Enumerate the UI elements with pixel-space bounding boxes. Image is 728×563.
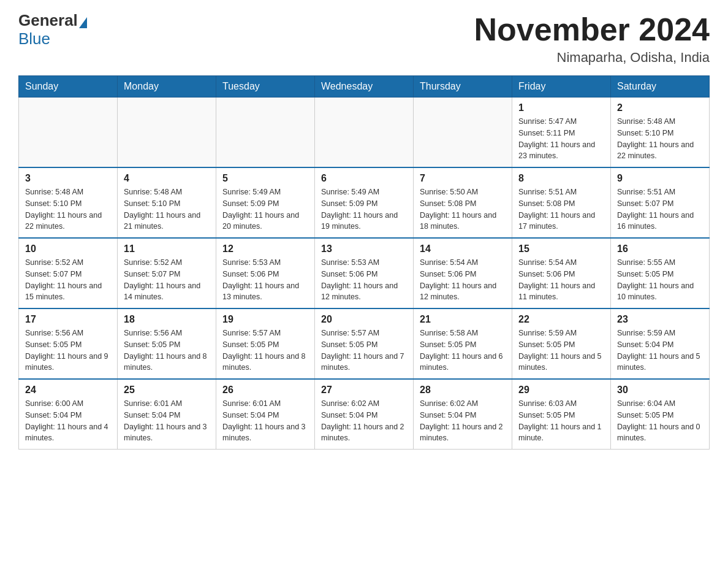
calendar-cell xyxy=(315,98,414,168)
day-number: 26 xyxy=(222,385,308,396)
weekday-header-wednesday: Wednesday xyxy=(315,76,414,98)
day-number: 7 xyxy=(420,173,506,184)
day-number: 14 xyxy=(420,243,506,255)
logo-blue-text: Blue xyxy=(18,29,50,48)
calendar-cell: 10Sunrise: 5:52 AMSunset: 5:07 PMDayligh… xyxy=(19,238,118,308)
day-number: 28 xyxy=(420,385,506,396)
calendar-cell: 30Sunrise: 6:04 AMSunset: 5:05 PMDayligh… xyxy=(611,379,710,450)
day-info: Sunrise: 5:56 AMSunset: 5:05 PMDaylight:… xyxy=(25,327,111,373)
calendar-cell: 16Sunrise: 5:55 AMSunset: 5:05 PMDayligh… xyxy=(611,238,710,308)
calendar-cell: 21Sunrise: 5:58 AMSunset: 5:05 PMDayligh… xyxy=(414,308,512,379)
day-info: Sunrise: 6:02 AMSunset: 5:04 PMDaylight:… xyxy=(321,398,407,444)
calendar-cell xyxy=(414,98,512,168)
day-info: Sunrise: 5:53 AMSunset: 5:06 PMDaylight:… xyxy=(321,257,407,303)
day-number: 24 xyxy=(25,385,111,396)
day-number: 27 xyxy=(321,385,407,396)
logo-general-text: General xyxy=(18,12,78,28)
calendar-cell: 17Sunrise: 5:56 AMSunset: 5:05 PMDayligh… xyxy=(19,308,118,379)
calendar-cell: 1Sunrise: 5:47 AMSunset: 5:11 PMDaylight… xyxy=(512,98,611,168)
day-info: Sunrise: 5:52 AMSunset: 5:07 PMDaylight:… xyxy=(124,257,210,303)
day-number: 11 xyxy=(124,243,210,255)
day-info: Sunrise: 5:48 AMSunset: 5:10 PMDaylight:… xyxy=(25,186,111,232)
day-info: Sunrise: 5:59 AMSunset: 5:05 PMDaylight:… xyxy=(518,327,604,373)
weekday-header-thursday: Thursday xyxy=(414,76,512,98)
day-number: 12 xyxy=(222,243,308,255)
day-info: Sunrise: 5:57 AMSunset: 5:05 PMDaylight:… xyxy=(222,327,308,373)
day-info: Sunrise: 5:52 AMSunset: 5:07 PMDaylight:… xyxy=(25,257,111,303)
day-number: 19 xyxy=(222,314,308,325)
calendar-cell: 20Sunrise: 5:57 AMSunset: 5:05 PMDayligh… xyxy=(315,308,414,379)
calendar-cell: 23Sunrise: 5:59 AMSunset: 5:04 PMDayligh… xyxy=(611,308,710,379)
calendar-week-row: 1Sunrise: 5:47 AMSunset: 5:11 PMDaylight… xyxy=(19,98,710,168)
calendar-cell: 29Sunrise: 6:03 AMSunset: 5:05 PMDayligh… xyxy=(512,379,611,450)
day-info: Sunrise: 5:47 AMSunset: 5:11 PMDaylight:… xyxy=(518,116,604,162)
day-info: Sunrise: 5:53 AMSunset: 5:06 PMDaylight:… xyxy=(222,257,308,303)
calendar-cell: 28Sunrise: 6:02 AMSunset: 5:04 PMDayligh… xyxy=(414,379,512,450)
calendar-cell: 2Sunrise: 5:48 AMSunset: 5:10 PMDaylight… xyxy=(611,98,710,168)
logo: General Blue xyxy=(18,12,88,48)
day-info: Sunrise: 6:01 AMSunset: 5:04 PMDaylight:… xyxy=(222,398,308,444)
day-info: Sunrise: 5:55 AMSunset: 5:05 PMDaylight:… xyxy=(617,257,703,303)
day-number: 22 xyxy=(518,314,604,325)
day-info: Sunrise: 5:51 AMSunset: 5:08 PMDaylight:… xyxy=(518,186,604,232)
day-number: 8 xyxy=(518,173,604,184)
logo-triangle-icon xyxy=(79,17,87,28)
day-number: 17 xyxy=(25,314,111,325)
day-info: Sunrise: 6:03 AMSunset: 5:05 PMDaylight:… xyxy=(518,398,604,444)
day-number: 13 xyxy=(321,243,407,255)
calendar-cell: 19Sunrise: 5:57 AMSunset: 5:05 PMDayligh… xyxy=(216,308,315,379)
calendar-cell xyxy=(216,98,315,168)
day-number: 2 xyxy=(617,102,703,113)
calendar-cell: 24Sunrise: 6:00 AMSunset: 5:04 PMDayligh… xyxy=(19,379,118,450)
day-number: 4 xyxy=(124,173,210,184)
day-number: 1 xyxy=(518,102,604,113)
weekday-header-monday: Monday xyxy=(118,76,216,98)
day-number: 16 xyxy=(617,243,703,255)
day-number: 21 xyxy=(420,314,506,325)
calendar-week-row: 3Sunrise: 5:48 AMSunset: 5:10 PMDaylight… xyxy=(19,167,710,238)
calendar-title: November 2024 xyxy=(474,12,710,47)
day-info: Sunrise: 5:56 AMSunset: 5:05 PMDaylight:… xyxy=(124,327,210,373)
calendar-cell: 11Sunrise: 5:52 AMSunset: 5:07 PMDayligh… xyxy=(118,238,216,308)
weekday-header-tuesday: Tuesday xyxy=(216,76,315,98)
weekday-header-row: SundayMondayTuesdayWednesdayThursdayFrid… xyxy=(19,76,710,98)
calendar-subtitle: Nimaparha, Odisha, India xyxy=(474,50,710,66)
calendar-cell: 7Sunrise: 5:50 AMSunset: 5:08 PMDaylight… xyxy=(414,167,512,238)
day-info: Sunrise: 5:54 AMSunset: 5:06 PMDaylight:… xyxy=(518,257,604,303)
day-info: Sunrise: 5:50 AMSunset: 5:08 PMDaylight:… xyxy=(420,186,506,232)
day-number: 20 xyxy=(321,314,407,325)
calendar-week-row: 10Sunrise: 5:52 AMSunset: 5:07 PMDayligh… xyxy=(19,238,710,308)
calendar-week-row: 17Sunrise: 5:56 AMSunset: 5:05 PMDayligh… xyxy=(19,308,710,379)
calendar-cell: 6Sunrise: 5:49 AMSunset: 5:09 PMDaylight… xyxy=(315,167,414,238)
calendar-cell: 14Sunrise: 5:54 AMSunset: 5:06 PMDayligh… xyxy=(414,238,512,308)
calendar-cell: 18Sunrise: 5:56 AMSunset: 5:05 PMDayligh… xyxy=(118,308,216,379)
calendar-cell: 9Sunrise: 5:51 AMSunset: 5:07 PMDaylight… xyxy=(611,167,710,238)
day-info: Sunrise: 5:48 AMSunset: 5:10 PMDaylight:… xyxy=(124,186,210,232)
weekday-header-saturday: Saturday xyxy=(611,76,710,98)
day-number: 3 xyxy=(25,173,111,184)
calendar-cell: 8Sunrise: 5:51 AMSunset: 5:08 PMDaylight… xyxy=(512,167,611,238)
day-info: Sunrise: 6:00 AMSunset: 5:04 PMDaylight:… xyxy=(25,398,111,444)
day-number: 5 xyxy=(222,173,308,184)
day-number: 6 xyxy=(321,173,407,184)
day-number: 23 xyxy=(617,314,703,325)
calendar-cell: 25Sunrise: 6:01 AMSunset: 5:04 PMDayligh… xyxy=(118,379,216,450)
day-number: 29 xyxy=(518,385,604,396)
page-header: General Blue November 2024 Nimaparha, Od… xyxy=(18,12,710,66)
calendar-cell: 4Sunrise: 5:48 AMSunset: 5:10 PMDaylight… xyxy=(118,167,216,238)
calendar-table: SundayMondayTuesdayWednesdayThursdayFrid… xyxy=(18,75,710,450)
day-number: 15 xyxy=(518,243,604,255)
calendar-cell xyxy=(19,98,118,168)
weekday-header-friday: Friday xyxy=(512,76,611,98)
calendar-cell: 12Sunrise: 5:53 AMSunset: 5:06 PMDayligh… xyxy=(216,238,315,308)
day-info: Sunrise: 5:51 AMSunset: 5:07 PMDaylight:… xyxy=(617,186,703,232)
calendar-title-area: November 2024 Nimaparha, Odisha, India xyxy=(474,12,710,66)
day-info: Sunrise: 5:48 AMSunset: 5:10 PMDaylight:… xyxy=(617,116,703,162)
day-number: 10 xyxy=(25,243,111,255)
day-info: Sunrise: 5:59 AMSunset: 5:04 PMDaylight:… xyxy=(617,327,703,373)
day-info: Sunrise: 5:49 AMSunset: 5:09 PMDaylight:… xyxy=(222,186,308,232)
day-info: Sunrise: 6:02 AMSunset: 5:04 PMDaylight:… xyxy=(420,398,506,444)
calendar-cell: 15Sunrise: 5:54 AMSunset: 5:06 PMDayligh… xyxy=(512,238,611,308)
day-info: Sunrise: 5:58 AMSunset: 5:05 PMDaylight:… xyxy=(420,327,506,373)
day-number: 9 xyxy=(617,173,703,184)
